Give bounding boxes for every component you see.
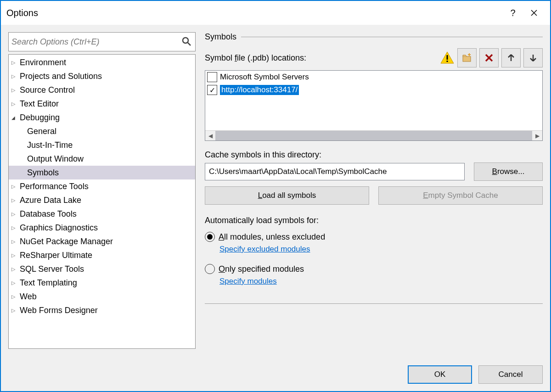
right-pane: Symbols Symbol file (.pdb) locations: — [205, 32, 543, 349]
options-dialog: Options ? EnvironmentProjects and Soluti… — [0, 0, 551, 392]
tree-item-resharper-ultimate[interactable]: ReSharper Ultimate — [9, 248, 195, 262]
locations-row: Symbol file (.pdb) locations: — [205, 48, 543, 67]
delete-location-button[interactable] — [479, 48, 499, 67]
horizontal-scrollbar[interactable]: ◀ ▶ — [205, 130, 542, 140]
section-title: Symbols — [205, 32, 236, 42]
specify-modules-link[interactable]: Specify modules — [219, 277, 543, 286]
tree-item-text-templating[interactable]: Text Templating — [9, 276, 195, 290]
locations-label: Symbol file (.pdb) locations: — [205, 53, 437, 63]
radio-icon — [205, 232, 215, 242]
tree-item-database-tools[interactable]: Database Tools — [9, 207, 195, 221]
scroll-left-icon[interactable]: ◀ — [205, 131, 215, 141]
tree-item-debugging[interactable]: Debugging — [9, 111, 195, 124]
help-button[interactable]: ? — [502, 5, 523, 21]
search-input[interactable] — [11, 37, 180, 47]
tree-item-environment[interactable]: Environment — [9, 56, 195, 69]
tree-item-azure-data-lake[interactable]: Azure Data Lake — [9, 193, 195, 207]
left-pane: EnvironmentProjects and SolutionsSource … — [8, 32, 196, 349]
tree-item-performance-tools[interactable]: Performance Tools — [9, 179, 195, 193]
locations-list[interactable]: Microsoft Symbol Servershttp://localhost… — [205, 70, 543, 141]
delete-icon — [484, 53, 494, 62]
load-all-symbols-button[interactable]: Load all symbols — [205, 186, 369, 205]
svg-rect-3 — [463, 56, 471, 62]
cancel-button[interactable]: Cancel — [478, 365, 543, 384]
section-header: Symbols — [205, 32, 543, 42]
svg-rect-1 — [447, 55, 448, 60]
warning-icon — [440, 50, 455, 65]
tree-item-symbols[interactable]: Symbols — [9, 166, 195, 179]
location-item[interactable]: Microsoft Symbol Servers — [205, 71, 542, 84]
checkbox[interactable] — [207, 72, 217, 82]
tree-item-nuget-package-manager[interactable]: NuGet Package Manager — [9, 235, 195, 248]
tree-item-graphics-diagnostics[interactable]: Graphics Diagnostics — [9, 221, 195, 235]
tree-item-web[interactable]: Web — [9, 290, 195, 303]
symbol-action-row: Load all symbols Empty Symbol Cache — [205, 186, 543, 205]
tree-item-text-editor[interactable]: Text Editor — [9, 97, 195, 111]
tree-item-web-forms-designer[interactable]: Web Forms Designer — [9, 303, 195, 317]
cache-row: Browse... — [205, 162, 543, 181]
browse-button[interactable]: Browse... — [474, 162, 543, 181]
tree-item-output-window[interactable]: Output Window — [9, 152, 195, 166]
arrow-down-icon — [529, 53, 538, 62]
radio-all-modules[interactable]: All modules, unless excluded — [205, 232, 543, 242]
move-down-button[interactable] — [523, 48, 543, 67]
scroll-right-icon[interactable]: ▶ — [532, 131, 542, 141]
specify-excluded-link[interactable]: Specify excluded modules — [219, 245, 543, 254]
arrow-up-icon — [506, 53, 516, 62]
new-folder-icon — [461, 52, 472, 63]
cache-label: Cache symbols in this directory: — [205, 150, 543, 160]
svg-point-0 — [183, 38, 188, 43]
search-wrap — [8, 32, 196, 51]
radio-only-specified[interactable]: Only specified modules — [205, 264, 543, 274]
close-button[interactable] — [523, 5, 545, 21]
cache-path-input[interactable] — [205, 163, 465, 180]
tree-item-projects-and-solutions[interactable]: Projects and Solutions — [9, 69, 195, 83]
checkbox[interactable] — [207, 85, 217, 95]
dialog-footer: OK Cancel — [1, 356, 550, 391]
titlebar: Options ? — [1, 1, 550, 25]
move-up-button[interactable] — [501, 48, 521, 67]
ok-button[interactable]: OK — [408, 365, 472, 384]
add-location-button[interactable] — [457, 48, 477, 67]
tree-item-source-control[interactable]: Source Control — [9, 83, 195, 97]
radio-icon — [205, 264, 215, 274]
dialog-title: Options — [6, 8, 502, 18]
options-tree[interactable]: EnvironmentProjects and SolutionsSource … — [8, 54, 196, 349]
empty-symbol-cache-button[interactable]: Empty Symbol Cache — [378, 186, 543, 205]
tree-item-sql-server-tools[interactable]: SQL Server Tools — [9, 262, 195, 276]
search-icon[interactable] — [180, 36, 192, 48]
auto-load-label: Automatically load symbols for: — [205, 216, 543, 225]
svg-rect-2 — [447, 61, 448, 62]
dialog-body: EnvironmentProjects and SolutionsSource … — [1, 25, 550, 356]
tree-item-general[interactable]: General — [9, 124, 195, 138]
close-icon — [530, 9, 538, 17]
tree-item-just-in-time[interactable]: Just-In-Time — [9, 138, 195, 152]
location-item[interactable]: http://localhost:33417/ — [205, 84, 542, 96]
